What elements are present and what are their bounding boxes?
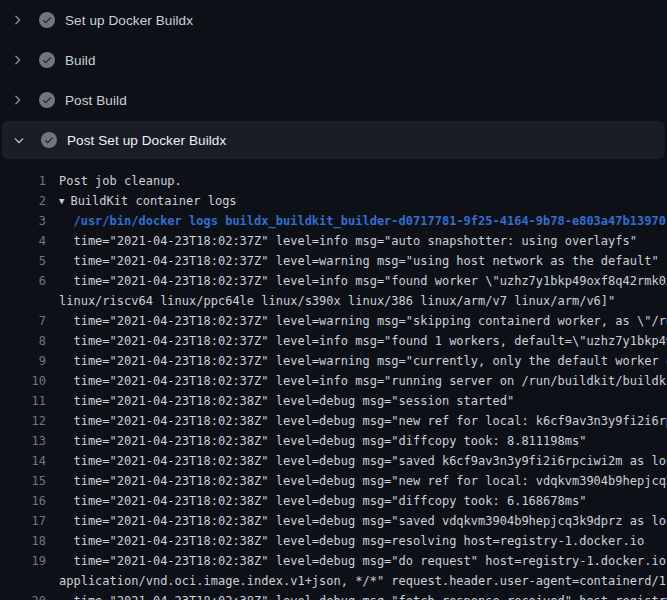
log-line: 18 time="2021-04-23T18:02:38Z" level=deb… [0, 531, 667, 551]
log-group-header[interactable]: ▼BuildKit container logs [59, 191, 237, 211]
log-line-text: time="2021-04-23T18:02:37Z" level=info m… [59, 371, 667, 391]
log-line-text: time="2021-04-23T18:02:37Z" level=info m… [59, 231, 637, 251]
step-header[interactable]: Post Set up Docker Buildx [2, 121, 665, 159]
step-header[interactable]: Post Build [0, 80, 667, 120]
log-line: 11 time="2021-04-23T18:02:38Z" level=deb… [0, 391, 667, 411]
log-line: 19 time="2021-04-23T18:02:38Z" level=deb… [0, 551, 667, 571]
log-line: 5 time="2021-04-23T18:02:37Z" level=warn… [0, 251, 667, 271]
log-line: 9 time="2021-04-23T18:02:37Z" level=warn… [0, 351, 667, 371]
log-line-number[interactable]: 12 [0, 411, 46, 431]
log-line-number[interactable]: 10 [0, 371, 46, 391]
log-line-number[interactable]: 6 [0, 271, 46, 291]
log-line: 20 time="2021-04-23T18:02:38Z" level=deb… [0, 591, 667, 600]
log-line-number[interactable]: 20 [0, 591, 46, 600]
log-line-text: linux/riscv64 linux/ppc64le linux/s390x … [59, 291, 615, 311]
log-line-text: time="2021-04-23T18:02:38Z" level=debug … [59, 591, 667, 600]
workflow-log-viewer: Set up Docker Buildx Build Post Build [0, 0, 667, 600]
log-area: 1 Post job cleanup. 2 ▼BuildKit containe… [0, 160, 667, 600]
log-line-text: time="2021-04-23T18:02:38Z" level=debug … [59, 511, 667, 531]
log-line-number[interactable]: 9 [0, 351, 46, 371]
log-line: 16 time="2021-04-23T18:02:38Z" level=deb… [0, 491, 667, 511]
log-line: 2 ▼BuildKit container logs [0, 191, 667, 211]
check-circle-icon [39, 92, 55, 108]
chevron-down-icon[interactable] [11, 132, 27, 148]
log-line-text: time="2021-04-23T18:02:38Z" level=debug … [59, 531, 644, 551]
log-line-text: time="2021-04-23T18:02:38Z" level=debug … [59, 551, 667, 571]
step-header[interactable]: Build [0, 40, 667, 80]
check-circle-icon [39, 12, 55, 28]
log-line-number[interactable] [0, 291, 46, 311]
step-title: Build [65, 53, 96, 68]
log-line-number[interactable]: 5 [0, 251, 46, 271]
log-line-text: time="2021-04-23T18:02:38Z" level=debug … [59, 471, 667, 491]
log-line: application/vnd.oci.image.index.v1+json,… [0, 571, 667, 591]
log-line-number[interactable] [0, 571, 46, 591]
log-line-number[interactable]: 1 [0, 171, 46, 191]
log-line-number[interactable]: 14 [0, 451, 46, 471]
log-line: 6 time="2021-04-23T18:02:37Z" level=info… [0, 271, 667, 291]
log-line-text: time="2021-04-23T18:02:38Z" level=debug … [59, 391, 514, 411]
log-line-number[interactable]: 3 [0, 211, 46, 231]
log-line-number[interactable]: 15 [0, 471, 46, 491]
log-line-text: time="2021-04-23T18:02:37Z" level=warnin… [59, 351, 667, 371]
log-line-number[interactable]: 7 [0, 311, 46, 331]
log-line-text: application/vnd.oci.image.index.v1+json,… [59, 571, 667, 591]
log-line: 4 time="2021-04-23T18:02:37Z" level=info… [0, 231, 667, 251]
log-line-number[interactable]: 11 [0, 391, 46, 411]
log-line: 3 /usr/bin/docker logs buildx_buildkit_b… [0, 211, 667, 231]
step-title: Post Build [65, 93, 127, 108]
log-line-number[interactable]: 19 [0, 551, 46, 571]
step-header[interactable]: Set up Docker Buildx [0, 0, 667, 40]
log-line-text: time="2021-04-23T18:02:37Z" level=info m… [59, 331, 667, 351]
log-line-number[interactable]: 8 [0, 331, 46, 351]
chevron-right-icon[interactable] [9, 12, 25, 28]
check-circle-icon [39, 52, 55, 68]
log-line: 13 time="2021-04-23T18:02:38Z" level=deb… [0, 431, 667, 451]
log-line-text: time="2021-04-23T18:02:38Z" level=debug … [59, 491, 586, 511]
log-line-number[interactable]: 17 [0, 511, 46, 531]
log-line: 10 time="2021-04-23T18:02:37Z" level=inf… [0, 371, 667, 391]
log-line-number[interactable]: 13 [0, 431, 46, 451]
step-title: Set up Docker Buildx [65, 13, 193, 28]
log-line: 15 time="2021-04-23T18:02:38Z" level=deb… [0, 471, 667, 491]
log-line-number[interactable]: 2 [0, 191, 46, 211]
log-line-number[interactable]: 4 [0, 231, 46, 251]
log-line-text: time="2021-04-23T18:02:38Z" level=debug … [59, 451, 667, 471]
log-line-text: time="2021-04-23T18:02:37Z" level=info m… [59, 271, 667, 291]
steps-list: Set up Docker Buildx Build Post Build [0, 0, 667, 159]
log-line-text: /usr/bin/docker logs buildx_buildkit_bui… [59, 211, 666, 231]
group-collapse-icon[interactable]: ▼ [59, 191, 64, 211]
chevron-right-icon[interactable] [9, 52, 25, 68]
log-line: linux/riscv64 linux/ppc64le linux/s390x … [0, 291, 667, 311]
log-line: 7 time="2021-04-23T18:02:37Z" level=warn… [0, 311, 667, 331]
log-line: 14 time="2021-04-23T18:02:38Z" level=deb… [0, 451, 667, 471]
chevron-right-icon[interactable] [9, 92, 25, 108]
log-line-number[interactable]: 18 [0, 531, 46, 551]
log-line: 12 time="2021-04-23T18:02:38Z" level=deb… [0, 411, 667, 431]
log-line-text: time="2021-04-23T18:02:38Z" level=debug … [59, 431, 586, 451]
log-line-text: time="2021-04-23T18:02:37Z" level=warnin… [59, 311, 667, 331]
log-line-number[interactable]: 16 [0, 491, 46, 511]
log-line: 8 time="2021-04-23T18:02:37Z" level=info… [0, 331, 667, 351]
log-line: 17 time="2021-04-23T18:02:38Z" level=deb… [0, 511, 667, 531]
check-circle-icon [41, 132, 57, 148]
log-line-text: Post job cleanup. [59, 171, 182, 191]
log-line: 1 Post job cleanup. [0, 171, 667, 191]
log-line-text: time="2021-04-23T18:02:37Z" level=warnin… [59, 251, 659, 271]
log-line-text: time="2021-04-23T18:02:38Z" level=debug … [59, 411, 667, 431]
step-title: Post Set up Docker Buildx [67, 133, 226, 148]
